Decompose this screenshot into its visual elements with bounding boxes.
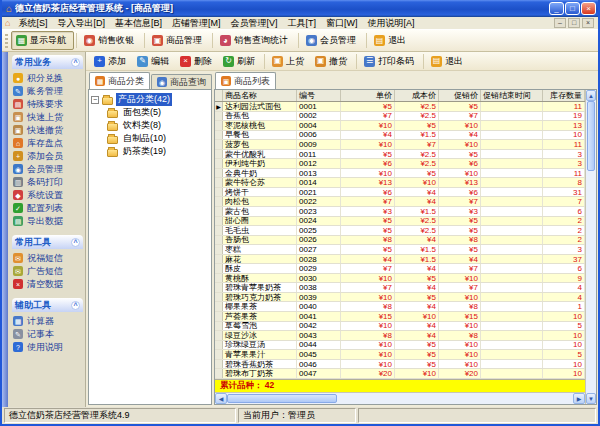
column-header-promo[interactable]: 促销价 <box>439 90 481 101</box>
sidebar-item[interactable]: ✎账务管理 <box>13 85 83 97</box>
table-row[interactable]: 碧珠布丁奶茶0047¥20¥10¥2010杯 <box>215 369 585 379</box>
sidebar-item[interactable]: ◆系统设置 <box>13 189 83 201</box>
table-row[interactable]: 早餐包0006¥4¥1.5¥410个 <box>215 131 585 141</box>
sidebar-section-header[interactable]: 常用业务^ <box>12 55 83 69</box>
panel-toolbar-button[interactable]: ✎编辑 <box>133 53 175 69</box>
panel-toolbar-button[interactable]: ▣上货 <box>268 53 310 69</box>
column-header-price[interactable]: 单价 <box>341 90 395 101</box>
sidebar-item[interactable]: ✎记事本 <box>13 328 83 340</box>
table-row[interactable]: 珍珠绿豆汤0044¥10¥5¥1010杯 <box>215 341 585 351</box>
table-row[interactable]: 烤饼干0021¥6¥4¥631个 <box>215 188 585 198</box>
menu-item[interactable]: 工具[T] <box>283 17 322 29</box>
horizontal-scroll-thumb[interactable] <box>227 394 337 403</box>
tree-item[interactable]: 饮料类(8) <box>91 119 209 132</box>
tree-item[interactable]: 自制品(10) <box>91 132 209 145</box>
table-row[interactable]: 碧珠香蕉奶茶0046¥10¥5¥1010杯 <box>215 360 585 370</box>
main-toolbar-button[interactable]: ◉会员管理 <box>301 31 364 50</box>
menu-item[interactable]: 店铺管理[M] <box>167 17 226 29</box>
panel-toolbar-button[interactable]: ↻刷新 <box>219 53 261 69</box>
menu-item[interactable]: 基本信息[B] <box>110 17 167 29</box>
menu-item[interactable]: 使用说明[A] <box>363 17 420 29</box>
table-row[interactable]: 肉松包0022¥7¥4¥77个 <box>215 197 585 207</box>
table-row[interactable]: 毛毛虫0025¥5¥2.5¥52个 <box>215 226 585 236</box>
table-row[interactable]: 伊利纯牛奶0012¥6¥2.5¥63个 <box>215 159 585 169</box>
sidebar-item[interactable]: ⌂库存盘点 <box>13 137 83 149</box>
tab[interactable]: ◉商品查询 <box>151 74 212 89</box>
sidebar-item[interactable]: ▣快速上货 <box>13 111 83 123</box>
sidebar-item[interactable]: ◉会员管理 <box>13 163 83 175</box>
menu-item[interactable]: 会员管理[V] <box>225 17 282 29</box>
column-header-stock[interactable]: 库存数量 <box>543 90 585 101</box>
table-row[interactable]: 绿豆沙冰0043¥8¥4¥810个 <box>215 331 585 341</box>
column-header-name[interactable]: 商品名称 <box>223 90 297 101</box>
tree-item[interactable]: 面包类(5) <box>91 106 209 119</box>
scroll-right-icon[interactable]: ▶ <box>573 393 585 404</box>
column-header-promo-end[interactable]: 促销结束时间 <box>481 90 543 101</box>
panel-toolbar-button[interactable]: ☰打印条码 <box>360 53 420 69</box>
main-toolbar-button[interactable]: ▦显示导航 <box>11 31 74 50</box>
menu-item[interactable]: 系统[S] <box>13 17 52 29</box>
scroll-up-icon[interactable]: ▲ <box>586 90 596 101</box>
mdi-restore-button[interactable]: □ <box>568 18 580 28</box>
panel-toolbar-button[interactable]: +添加 <box>90 53 132 69</box>
table-row[interactable]: 碧珠青苹果奶茶0038¥7¥4¥74个 <box>215 283 585 293</box>
horizontal-scroll-track[interactable] <box>337 393 573 404</box>
panel-toolbar-button[interactable]: ▤退出 <box>427 53 469 69</box>
sidebar-item[interactable]: ✉祝福短信 <box>13 252 83 264</box>
table-row[interactable]: 麻花0028¥4¥1.5¥437个 <box>215 255 585 265</box>
sidebar-item[interactable]: ✉广告短信 <box>13 265 83 277</box>
menu-item[interactable]: 导入导出[D] <box>52 17 110 29</box>
table-row[interactable]: 蒙古包0023¥3¥1.5¥36个 <box>215 207 585 217</box>
collapse-chevron-icon[interactable]: ^ <box>71 301 80 310</box>
table-row[interactable]: 芦荟果茶0041¥15¥10¥1510个 <box>215 312 585 322</box>
tree-item[interactable]: 奶茶类(19) <box>91 145 209 158</box>
collapse-chevron-icon[interactable]: ^ <box>71 58 80 67</box>
sidebar-item[interactable]: ×清空数据 <box>13 278 83 290</box>
maximize-button[interactable]: □ <box>565 2 580 15</box>
sidebar-section-header[interactable]: 常用工具^ <box>12 235 83 249</box>
main-toolbar-button[interactable]: ▤退出 <box>369 31 414 50</box>
menu-item[interactable]: 窗口[W] <box>321 17 363 29</box>
mdi-minimize-button[interactable]: – <box>554 18 566 28</box>
table-row[interactable]: 青苹果果汁0045¥10¥5¥105杯 <box>215 350 585 360</box>
table-row[interactable]: 香肠包0026¥8¥4¥82个 <box>215 236 585 246</box>
main-toolbar-button[interactable]: ▣商品管理 <box>147 31 210 50</box>
collapse-chevron-icon[interactable]: ^ <box>71 238 80 247</box>
vertical-scrollbar[interactable]: ▲ ▼ <box>585 90 596 404</box>
sidebar-item[interactable]: ▣快速撤货 <box>13 124 83 136</box>
horizontal-scrollbar[interactable]: ◀ ▶ <box>215 392 585 404</box>
table-row[interactable]: 金典牛奶0013¥10¥5¥1011个 <box>215 169 585 179</box>
table-row[interactable]: 酥皮0029¥7¥4¥76个 <box>215 264 585 274</box>
tab-goods-list[interactable]: ▣ 商品列表 <box>215 72 276 89</box>
table-row[interactable]: 香蕉包0002¥7¥2.5¥719个 <box>215 112 585 122</box>
sidebar-item[interactable]: ✓配置列表 <box>13 202 83 214</box>
column-header-cost[interactable]: 成本价 <box>395 90 439 101</box>
table-row[interactable]: 甜心圈0024¥5¥2.5¥52个 <box>215 217 585 227</box>
panel-toolbar-button[interactable]: ▣撤货 <box>311 53 353 69</box>
vertical-scroll-track[interactable] <box>586 171 596 393</box>
vertical-scroll-thumb[interactable] <box>587 101 595 171</box>
table-row[interactable]: ▶达利园法式面包0001¥5¥2.5¥511个 <box>215 102 585 112</box>
mdi-close-button[interactable]: × <box>582 18 594 28</box>
tab[interactable]: ▦商品分类 <box>89 72 150 89</box>
table-row[interactable]: 草莓雪泡0042¥10¥4¥105个 <box>215 322 585 332</box>
tree-root-item[interactable]: −产品分类(42) <box>91 93 209 106</box>
sidebar-item[interactable]: ?使用说明 <box>13 341 83 353</box>
table-row[interactable]: 菠萝包0009¥10¥7¥1011个 <box>215 140 585 150</box>
table-row[interactable]: 蒙牛特仑苏0014¥13¥10¥138个 <box>215 178 585 188</box>
main-toolbar-button[interactable]: ◕销售查询统计 <box>215 31 296 50</box>
main-toolbar-button[interactable]: ◉销售收银 <box>79 31 142 50</box>
table-row[interactable]: 椰果果茶0040¥8¥4¥81个 <box>215 302 585 312</box>
scroll-left-icon[interactable]: ◀ <box>215 393 227 404</box>
sidebar-item[interactable]: ▦计算器 <box>13 315 83 327</box>
close-button[interactable]: × <box>581 2 596 15</box>
sidebar-item[interactable]: ▤导出数据 <box>13 215 83 227</box>
sidebar-item[interactable]: ●积分兑换 <box>13 72 83 84</box>
table-row[interactable]: 碧珠巧克力奶茶0039¥10¥5¥104个 <box>215 293 585 303</box>
column-header-code[interactable]: 编号 <box>297 90 341 101</box>
minimize-button[interactable]: _ <box>549 2 564 15</box>
table-row[interactable]: 枣糕0027¥5¥1.5¥53个 <box>215 245 585 255</box>
toolbar-grip[interactable] <box>5 34 8 48</box>
sidebar-item[interactable]: ▥条码打印 <box>13 176 83 188</box>
sidebar-item[interactable]: +添加会员 <box>13 150 83 162</box>
